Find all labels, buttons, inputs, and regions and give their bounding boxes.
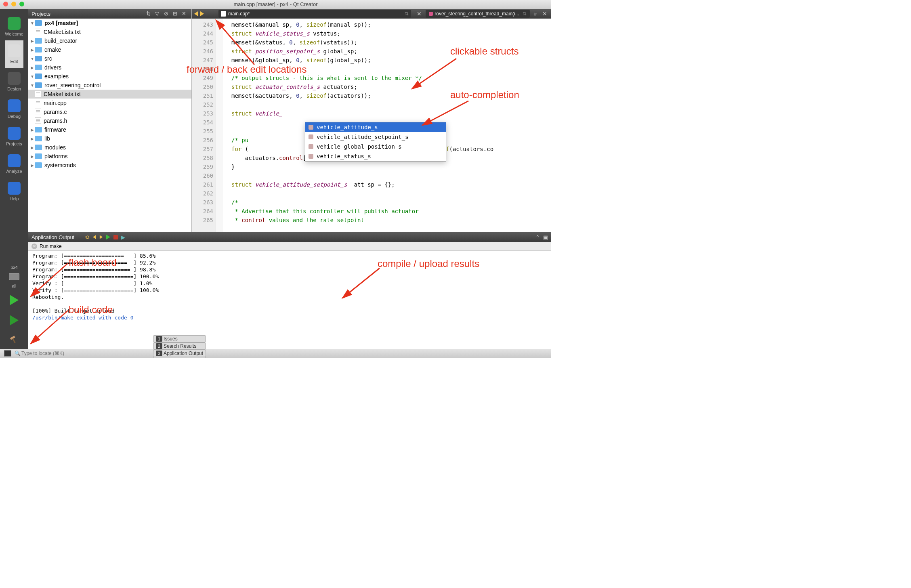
line-gutter[interactable]: 2432442452462472482492502512522532542552… [192, 19, 216, 232]
nav-back-button[interactable] [194, 11, 198, 16]
tree-item[interactable]: ▶platforms [28, 152, 191, 161]
device-icon[interactable] [9, 273, 19, 280]
filter-icon[interactable]: ▽ [155, 10, 162, 17]
editor-toolbar: main.cpp* ⇅ ✕ rover_steering_control_thr… [192, 9, 551, 19]
build-button[interactable] [9, 334, 19, 345]
mode-welcome[interactable]: Welcome [5, 13, 23, 40]
tree-item[interactable]: ▼px4 [master] [28, 19, 191, 27]
traffic-lights[interactable] [3, 2, 24, 6]
status-pane-issues[interactable]: 1Issues [153, 335, 206, 342]
output-tab[interactable]: ✕ Run make [28, 242, 551, 251]
close-split-button[interactable]: ✕ [541, 10, 549, 17]
mode-projects[interactable]: Projects [5, 123, 23, 150]
close-editor-button[interactable]: ✕ [415, 10, 423, 17]
output-run-icon[interactable] [106, 235, 110, 239]
output-next-icon[interactable] [100, 235, 103, 239]
tree-item[interactable]: ▼examples [28, 72, 191, 81]
mode-debug[interactable]: Debug [5, 95, 23, 123]
autocomplete-item[interactable]: vehicle_global_position_s [305, 142, 446, 151]
tree-item[interactable]: ▶cmake [28, 45, 191, 54]
mode-edit[interactable]: Edit [5, 40, 23, 68]
tree-item[interactable]: params.h [28, 116, 191, 125]
line-col-icon[interactable]: # [534, 11, 537, 17]
autocomplete-popup[interactable]: vehicle_attitude_svehicle_attitude_setpo… [305, 122, 446, 162]
autocomplete-item[interactable]: vehicle_attitude_s [305, 122, 446, 132]
tree-item[interactable]: main.cpp [28, 99, 191, 107]
nav-forward-button[interactable] [200, 11, 204, 16]
tree-item[interactable]: ▶build_creator [28, 36, 191, 45]
tree-item[interactable]: ▶firmware [28, 125, 191, 134]
kit-target[interactable]: all [12, 282, 16, 290]
output-stop-icon[interactable] [113, 235, 118, 239]
tree-item[interactable]: ▼rover_steering_control [28, 81, 191, 90]
link-icon[interactable]: ⊘ [164, 10, 170, 17]
project-tree[interactable]: ▼px4 [master]CMakeLists.txt▶build_creato… [28, 19, 191, 232]
split-icon[interactable]: ⊞ [173, 10, 179, 17]
document-icon [221, 11, 226, 17]
locator-search-icon: 🔍 [15, 351, 21, 356]
status-pane-application-output[interactable]: 3Application Output [153, 350, 206, 357]
projects-header: Projects ⇅ ▽ ⊘ ⊞ ✕ [28, 9, 191, 19]
run-button[interactable] [10, 295, 19, 305]
function-icon [429, 12, 433, 16]
output-collapse-icon[interactable]: ⌃ [535, 234, 540, 240]
tree-item[interactable]: ▶lib [28, 134, 191, 143]
tree-item[interactable]: CMakeLists.txt [28, 90, 191, 99]
tree-item[interactable]: ▶systemcmds [28, 161, 191, 170]
sidebar-toggle-icon[interactable] [4, 350, 11, 357]
window-title: main.cpp [master] - px4 - Qt Creator [0, 0, 551, 9]
autocomplete-item[interactable]: vehicle_attitude_setpoint_s [305, 132, 446, 142]
tree-item[interactable]: ▶drivers [28, 63, 191, 72]
output-body[interactable]: Program: [=================== ] 85.6% Pr… [28, 251, 551, 349]
tree-item[interactable]: ▼src [28, 54, 191, 63]
output-maximize-icon[interactable]: ▣ [543, 234, 548, 240]
tree-item[interactable]: ▶modules [28, 143, 191, 152]
output-prev-icon[interactable] [93, 235, 96, 239]
close-pane-icon[interactable]: ✕ [182, 10, 188, 17]
tree-item[interactable]: params.c [28, 107, 191, 116]
kit-project[interactable]: px4 [10, 263, 18, 271]
svg-rect-1 [12, 338, 16, 343]
locator-input[interactable] [21, 351, 94, 356]
open-file-tab[interactable]: main.cpp* ⇅ [218, 10, 411, 18]
autocomplete-item[interactable]: vehicle_status_s [305, 151, 446, 161]
symbol-selector[interactable]: rover_steering_control_thread_main(i... … [426, 10, 529, 18]
run-debug-button[interactable] [10, 315, 19, 326]
application-output-pane: Application Output ⟲ ▶ ⌃ ▣ ✕ Run make Pr… [28, 232, 551, 349]
mode-design[interactable]: Design [5, 68, 23, 95]
tree-item[interactable]: CMakeLists.txt [28, 27, 191, 36]
status-pane-search-results[interactable]: 2Search Results [153, 342, 206, 350]
close-tab-icon[interactable]: ✕ [31, 244, 37, 249]
updown-icon[interactable]: ⇅ [146, 10, 153, 17]
code-editor[interactable]: 2432442452462472482492502512522532542552… [192, 19, 551, 232]
mode-bar: WelcomeEditDesignDebugProjectsAnalyzeHel… [0, 9, 28, 349]
mode-analyze[interactable]: Analyze [5, 150, 23, 178]
status-pane-compile-output[interactable]: 4Compile Output [153, 357, 206, 358]
rerun-icon[interactable]: ⟲ [85, 234, 89, 240]
status-bar: 🔍 1Issues2Search Results3Application Out… [0, 349, 551, 358]
mode-help[interactable]: Help [5, 178, 23, 205]
output-attach-icon[interactable]: ▶ [121, 234, 125, 240]
output-title: Application Output [31, 234, 74, 240]
